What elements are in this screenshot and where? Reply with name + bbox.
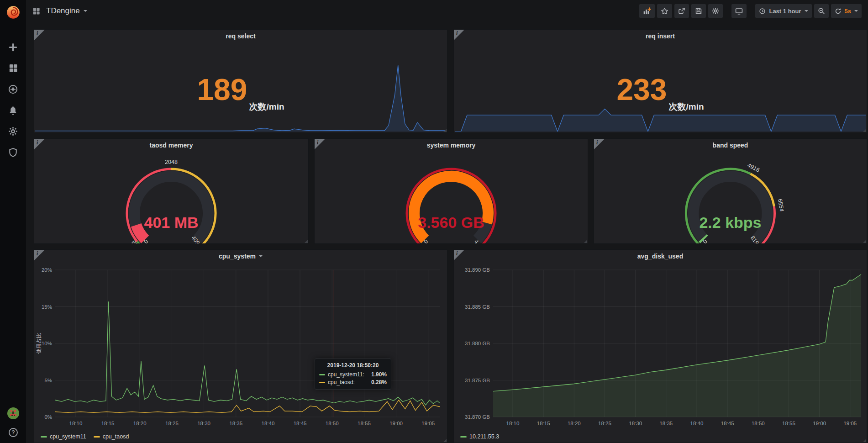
chevron-down-icon — [805, 10, 808, 12]
chart-legend: cpu_system11 cpu_taosd — [41, 433, 129, 440]
svg-text:18:30: 18:30 — [629, 421, 642, 426]
svg-text:18:35: 18:35 — [659, 421, 673, 426]
svg-text:31.870 GB: 31.870 GB — [465, 414, 490, 420]
time-series-chart[interactable]: 18:1018:1518:2018:2518:3018:3518:4018:45… — [34, 250, 447, 443]
svg-text:19:05: 19:05 — [421, 421, 435, 426]
refresh-picker[interactable]: 5s — [831, 4, 862, 18]
svg-text:18:40: 18:40 — [262, 421, 275, 426]
svg-text:4: 4 — [473, 238, 480, 243]
topbar: TDengine Last 1 hour 5s — [26, 0, 868, 22]
svg-text:18:50: 18:50 — [752, 421, 765, 426]
cycle-view-monitor-button[interactable] — [731, 4, 747, 18]
share-dashboard-button[interactable] — [674, 4, 689, 18]
legend-item-cpu-system11[interactable]: cpu_system11 — [41, 433, 86, 440]
svg-text:19:00: 19:00 — [813, 421, 826, 426]
legend-item-cpu-taosd[interactable]: cpu_taosd — [94, 433, 129, 440]
create-plus-icon[interactable] — [8, 42, 18, 52]
time-range-picker[interactable]: Last 1 hour — [755, 4, 811, 18]
apps-grid-icon[interactable] — [32, 7, 40, 15]
configuration-gear-icon[interactable] — [8, 126, 18, 136]
sparkline — [455, 103, 866, 132]
grafana-logo-icon — [5, 5, 21, 20]
panel-title-taosd-memory[interactable]: taosd memery — [34, 139, 308, 151]
zoom-out-time-button[interactable] — [814, 4, 829, 18]
svg-text:0: 0 — [701, 238, 708, 243]
svg-text:0%: 0% — [44, 414, 52, 420]
gauge-value: 401 MB — [34, 214, 308, 232]
chart-tooltip: 2019-12-20 18:50:20 cpu_system11: 1.90% … — [315, 359, 391, 390]
dashboard-settings-button[interactable] — [708, 4, 723, 18]
dashboards-icon[interactable] — [8, 63, 18, 73]
grafana-logo[interactable] — [0, 0, 26, 25]
svg-text:6554: 6554 — [777, 199, 785, 212]
svg-text:19:00: 19:00 — [389, 421, 403, 426]
save-dashboard-button[interactable] — [691, 4, 706, 18]
panel-band-speed: i band speed 0491665548192 2.2 kbps — [594, 138, 867, 244]
panel-req-insert: i req insert 233 次数/min — [453, 29, 867, 133]
panel-taosd-memory: i taosd memery 08020484096 401 MB — [34, 138, 309, 244]
star-dashboard-button[interactable] — [657, 4, 672, 18]
svg-text:18:45: 18:45 — [721, 421, 734, 426]
stat-number: 233 — [616, 74, 667, 105]
svg-text:0: 0 — [422, 238, 429, 243]
series-color-dash — [319, 374, 325, 375]
svg-text:31.875 GB: 31.875 GB — [465, 378, 490, 383]
help-icon[interactable] — [8, 427, 18, 438]
svg-text:2048: 2048 — [165, 159, 178, 165]
svg-text:15%: 15% — [42, 304, 52, 310]
svg-text:10%: 10% — [42, 341, 52, 346]
gauge-value: 3.560 GB — [315, 214, 588, 232]
avatar-image — [7, 407, 19, 419]
panel-cpu-system: i cpu_system 18:1018:1518:2018:2518:3018… — [34, 249, 447, 443]
svg-text:18:55: 18:55 — [358, 421, 371, 426]
time-series-chart[interactable]: 18:1018:1518:2018:2518:3018:3518:4018:45… — [454, 250, 867, 443]
chevron-down-icon — [84, 10, 87, 12]
legend-item-host[interactable]: 10.211.55.3 — [460, 433, 499, 440]
alerting-bell-icon[interactable] — [8, 105, 18, 115]
svg-text:18:40: 18:40 — [690, 421, 704, 426]
svg-text:0: 0 — [142, 238, 149, 243]
svg-text:19:05: 19:05 — [843, 421, 857, 426]
svg-text:18:50: 18:50 — [326, 421, 339, 426]
chevron-down-icon — [854, 10, 858, 12]
panel-avg-disk-used: i avg_disk_used 18:1018:1518:2018:2518:3… — [453, 249, 867, 443]
time-range-label: Last 1 hour — [769, 8, 801, 15]
series-color-dash — [319, 382, 325, 383]
tooltip-row: cpu_system11: 1.90% — [319, 371, 387, 378]
gauge-value: 2.2 kbps — [594, 214, 867, 232]
svg-text:31.890 GB: 31.890 GB — [465, 267, 490, 273]
panel-title-band-speed[interactable]: band speed — [594, 139, 867, 151]
svg-text:31.880 GB: 31.880 GB — [465, 341, 490, 346]
explore-compass-icon[interactable] — [8, 84, 18, 94]
svg-text:18:20: 18:20 — [133, 421, 147, 426]
legend-color-dash — [41, 436, 47, 438]
dashboard-grid: i req select 189 次数/min i req insert 233… — [26, 22, 868, 443]
svg-text:18:10: 18:10 — [506, 421, 520, 426]
panel-title-system-memory[interactable]: system memory — [315, 139, 588, 151]
sidebar — [0, 0, 26, 443]
svg-text:20%: 20% — [42, 267, 52, 273]
legend-color-dash — [460, 436, 467, 438]
server-admin-shield-icon[interactable] — [8, 147, 18, 157]
sparkline — [35, 62, 446, 132]
refresh-icon — [835, 8, 842, 15]
svg-text:使用占比: 使用占比 — [36, 333, 42, 354]
chart-legend: 10.211.55.3 — [460, 433, 499, 440]
svg-text:31.885 GB: 31.885 GB — [465, 304, 490, 310]
panel-system-memory: i system memory 04 3.560 GB — [314, 138, 588, 244]
panel-title-req-insert[interactable]: req insert — [454, 30, 867, 42]
tooltip-timestamp: 2019-12-20 18:50:20 — [319, 362, 387, 369]
svg-text:18:25: 18:25 — [598, 421, 611, 426]
refresh-interval-label: 5s — [845, 8, 851, 15]
dashboard-title-dropdown[interactable]: TDengine — [46, 6, 87, 16]
clock-icon — [759, 8, 766, 15]
svg-text:18:15: 18:15 — [101, 421, 115, 426]
user-avatar[interactable] — [7, 407, 19, 419]
svg-text:5%: 5% — [44, 378, 52, 383]
svg-text:18:10: 18:10 — [69, 421, 83, 426]
legend-color-dash — [94, 436, 100, 438]
svg-text:18:30: 18:30 — [197, 421, 210, 426]
add-panel-button[interactable] — [639, 4, 655, 18]
panel-title-req-select[interactable]: req select — [34, 30, 447, 42]
panel-req-select: i req select 189 次数/min — [34, 29, 447, 133]
